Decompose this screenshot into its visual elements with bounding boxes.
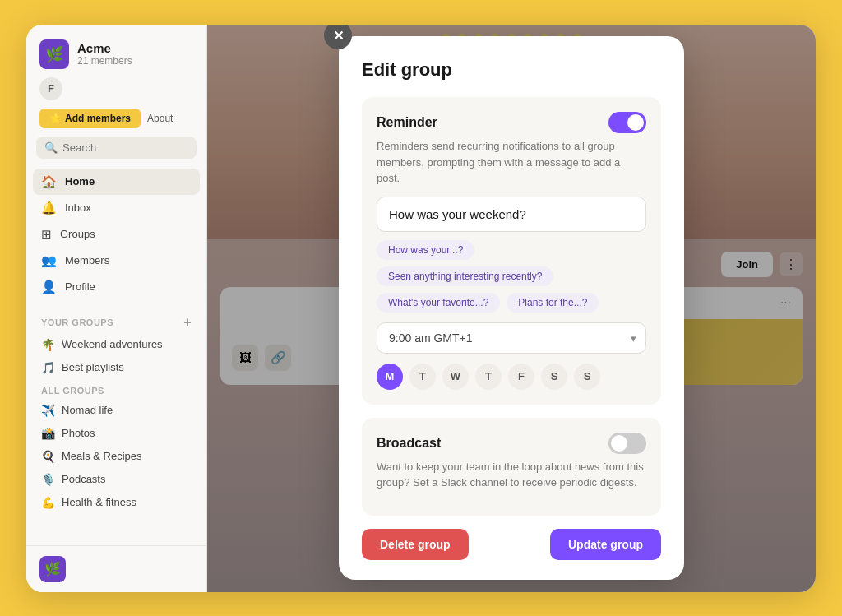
add-group-button[interactable]: +	[183, 315, 192, 330]
day-monday[interactable]: M	[377, 364, 403, 390]
group-item-weekend[interactable]: 🌴 Weekend adventures	[26, 333, 206, 356]
search-icon: 🔍	[44, 141, 58, 154]
sidebar: 🌿 Acme 21 members F ⭐ Add members About …	[26, 25, 207, 592]
your-groups-label: Your groups +	[26, 308, 206, 333]
day-sunday[interactable]: S	[574, 364, 600, 390]
days-row: M T W T F S S	[377, 364, 646, 390]
add-icon: ⭐	[49, 113, 62, 124]
time-select[interactable]: 9:00 am GMT+1	[377, 322, 646, 354]
broadcast-section: Broadcast Want to keep your team in the …	[362, 418, 661, 516]
all-groups-label: All groups	[26, 379, 206, 399]
nav-section: 🏠 Home 🔔 Inbox ⊞ Groups 👥 Members 👤 Prof…	[26, 169, 206, 300]
home-icon: 🏠	[41, 174, 57, 189]
app-frame: 🌿 Acme 21 members F ⭐ Add members About …	[26, 25, 816, 592]
reminder-section: Reminder Reminders send recurring notifi…	[362, 97, 661, 405]
broadcast-description: Want to keep your team in the loop about…	[377, 459, 646, 491]
user-badge: F	[39, 77, 62, 100]
reminder-header-row: Reminder	[377, 112, 646, 133]
suggestion-chips: How was your...? Seen anything interesti…	[377, 240, 646, 313]
day-tuesday[interactable]: T	[409, 364, 436, 390]
close-button[interactable]: ✕	[324, 25, 352, 50]
sidebar-actions: ⭐ Add members About	[26, 105, 206, 137]
edit-group-dialog: ✕ Edit group Reminder Reminders send rec…	[339, 36, 684, 580]
dialog-title: Edit group	[362, 59, 661, 81]
broadcast-header-row: Broadcast	[377, 433, 646, 454]
group-item-podcasts[interactable]: 🎙️ Podcasts	[26, 468, 206, 491]
about-button[interactable]: About	[147, 113, 173, 124]
food-icon: 🍳	[41, 450, 55, 463]
day-thursday[interactable]: T	[475, 364, 502, 390]
search-bar[interactable]: 🔍	[36, 137, 197, 159]
sidebar-item-inbox[interactable]: 🔔 Inbox	[33, 195, 200, 221]
camera-icon: 📸	[41, 427, 55, 440]
mic-icon: 🎙️	[41, 473, 55, 486]
day-friday[interactable]: F	[508, 364, 534, 390]
plane-icon: ✈️	[41, 404, 55, 417]
health-icon: 💪	[41, 496, 55, 509]
org-name: Acme	[77, 41, 132, 55]
sidebar-item-profile[interactable]: 👤 Profile	[33, 274, 200, 300]
palm-icon: 🌴	[41, 338, 55, 351]
group-item-health[interactable]: 💪 Health & fitness	[26, 491, 206, 514]
modal-overlay: ✕ Edit group Reminder Reminders send rec…	[207, 25, 816, 592]
reminder-toggle[interactable]	[608, 112, 646, 133]
dialog-footer: Delete group Update group	[362, 529, 661, 560]
group-item-nomad[interactable]: ✈️ Nomad life	[26, 399, 206, 422]
org-members: 21 members	[77, 55, 132, 67]
group-item-meals[interactable]: 🍳 Meals & Recipes	[26, 445, 206, 468]
sidebar-item-members[interactable]: 👥 Members	[33, 248, 200, 274]
main-content: CINEMA Join ⋮ 🍿 🖼 🔗	[207, 25, 816, 592]
delete-group-button[interactable]: Delete group	[362, 529, 469, 560]
time-select-wrapper: 9:00 am GMT+1 ▾	[377, 322, 646, 354]
music-icon: 🎵	[41, 361, 55, 374]
broadcast-toggle[interactable]	[608, 433, 646, 454]
sidebar-item-groups[interactable]: ⊞ Groups	[33, 221, 200, 248]
sidebar-item-home[interactable]: 🏠 Home	[33, 169, 200, 195]
reminder-description: Reminders send recurring notifications t…	[377, 138, 646, 187]
group-item-photos[interactable]: 📸 Photos	[26, 422, 206, 445]
profile-icon: 👤	[41, 280, 57, 294]
update-group-button[interactable]: Update group	[550, 529, 661, 560]
broadcast-title: Broadcast	[377, 436, 441, 451]
group-item-playlists[interactable]: 🎵 Best playlists	[26, 356, 206, 379]
bell-icon: 🔔	[41, 201, 57, 215]
footer-avatar[interactable]: 🌿	[39, 556, 66, 582]
chip-1[interactable]: Seen anything interesting recently?	[377, 266, 553, 286]
sidebar-header: 🌿 Acme 21 members	[26, 25, 206, 77]
day-saturday[interactable]: S	[541, 364, 567, 390]
chip-2[interactable]: What's your favorite...?	[377, 293, 500, 313]
day-wednesday[interactable]: W	[442, 364, 469, 390]
sidebar-footer: 🌿	[26, 545, 206, 592]
reminder-input[interactable]	[377, 197, 646, 232]
search-input[interactable]	[62, 141, 188, 154]
org-avatar: 🌿	[39, 39, 69, 69]
members-icon: 👥	[41, 253, 57, 268]
chip-0[interactable]: How was your...?	[377, 240, 474, 260]
chip-3[interactable]: Plans for the...?	[507, 293, 599, 313]
reminder-title: Reminder	[377, 115, 437, 130]
groups-icon: ⊞	[41, 227, 52, 242]
add-members-button[interactable]: ⭐ Add members	[39, 109, 141, 128]
